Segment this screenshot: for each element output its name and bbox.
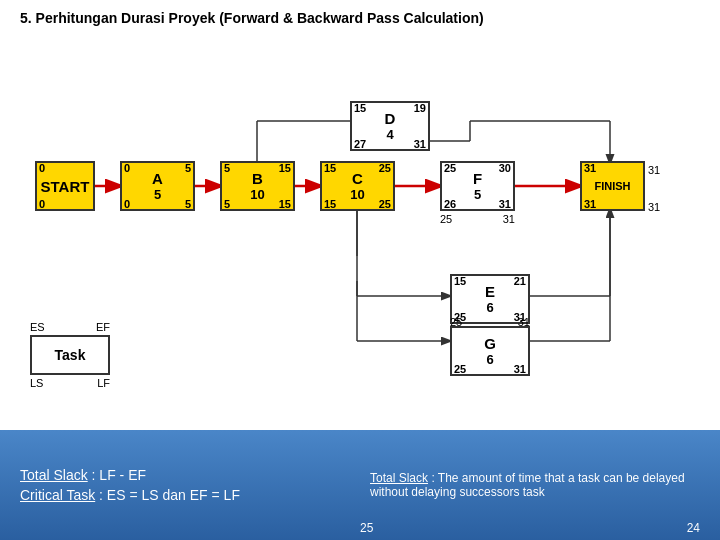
diagram-area: 0 START 0 0 5 A 5 0 5 5 15 B 10 5 15 15 … xyxy=(0,31,720,421)
critical-task-label: Critical Task xyxy=(20,487,95,503)
C-num: 10 xyxy=(350,187,364,202)
total-slack-def-label: Total Slack xyxy=(370,471,428,485)
C-bl: 15 xyxy=(324,198,336,210)
node-F: 25 30 F 5 26 31 xyxy=(440,161,515,211)
total-slack-formula: : LF - EF xyxy=(92,467,146,483)
legend-container: ES EF Task LS LF xyxy=(30,321,110,389)
G-label: G xyxy=(484,335,496,352)
F-br: 31 xyxy=(499,198,511,210)
F-extra-left: 25 xyxy=(440,213,452,225)
B-label: B xyxy=(252,170,263,187)
start-label: START xyxy=(41,178,90,195)
node-D: 15 19 D 4 27 31 xyxy=(350,101,430,151)
node-C: 15 25 C 10 15 25 xyxy=(320,161,395,211)
finish-bl: 31 xyxy=(584,198,596,210)
C-label: C xyxy=(352,170,363,187)
F-tr: 30 xyxy=(499,162,511,174)
D-label: D xyxy=(385,110,396,127)
B-tr: 15 xyxy=(279,162,291,174)
D-tr: 19 xyxy=(414,102,426,114)
B-tl: 5 xyxy=(224,162,230,174)
bottom-section: Total Slack : LF - EF Critical Task : ES… xyxy=(0,430,720,540)
node-G: 25 31 G 6 xyxy=(450,326,530,376)
finish-right-top: 31 xyxy=(648,164,660,176)
E-tl: 15 xyxy=(454,275,466,287)
F-bl: 26 xyxy=(444,198,456,210)
F-label: F xyxy=(473,170,482,187)
F-extra-right: 31 xyxy=(503,213,515,225)
B-br: 15 xyxy=(279,198,291,210)
page-title: 5. Perhitungan Durasi Proyek (Forward & … xyxy=(0,0,720,31)
A-label: A xyxy=(152,170,163,187)
D-num: 4 xyxy=(386,127,393,142)
lf-label: LF xyxy=(97,377,110,389)
A-tl: 0 xyxy=(124,162,130,174)
D-br: 31 xyxy=(414,138,426,150)
node-A: 0 5 A 5 0 5 xyxy=(120,161,195,211)
G-bl: 25 xyxy=(454,363,466,375)
B-bl: 5 xyxy=(224,198,230,210)
finish-node: FINISH 31 31 xyxy=(580,161,645,211)
start-bl: 0 xyxy=(39,198,45,210)
C-tr: 25 xyxy=(379,162,391,174)
start-tl: 0 xyxy=(39,162,45,174)
E-label: E xyxy=(485,283,495,300)
A-bl: 0 xyxy=(124,198,130,210)
page-num-left: 25 xyxy=(360,521,373,535)
E-num: 6 xyxy=(486,300,493,315)
finish-label: FINISH xyxy=(594,180,630,192)
C-br: 25 xyxy=(379,198,391,210)
ls-label: LS xyxy=(30,377,43,389)
total-slack-line: Total Slack : LF - EF xyxy=(20,467,350,483)
D-tl: 15 xyxy=(354,102,366,114)
F-num: 5 xyxy=(474,187,481,202)
A-br: 5 xyxy=(185,198,191,210)
F-extra-row: 25 31 xyxy=(440,213,515,225)
critical-task-line: Critical Task : ES = LS dan EF = LF xyxy=(20,487,350,503)
critical-task-formula: : ES = LS dan EF = LF xyxy=(99,487,240,503)
ef-label: EF xyxy=(96,321,110,333)
E-tr: 21 xyxy=(514,275,526,287)
G-br: 31 xyxy=(514,363,526,375)
start-node: 0 START 0 xyxy=(35,161,95,211)
finish-right-bottom: 31 xyxy=(648,201,660,213)
F-tl: 25 xyxy=(444,162,456,174)
G-num: 6 xyxy=(486,352,493,367)
task-label: Task xyxy=(55,347,86,363)
B-num: 10 xyxy=(250,187,264,202)
A-num: 5 xyxy=(154,187,161,202)
formulas-left: Total Slack : LF - EF Critical Task : ES… xyxy=(20,463,350,507)
page-num-right: 24 xyxy=(687,521,700,535)
total-slack-label: Total Slack xyxy=(20,467,88,483)
A-tr: 5 xyxy=(185,162,191,174)
es-label: ES xyxy=(30,321,45,333)
finish-tl: 31 xyxy=(584,162,596,174)
D-bl: 27 xyxy=(354,138,366,150)
node-B: 5 15 B 10 5 15 xyxy=(220,161,295,211)
C-tl: 15 xyxy=(324,162,336,174)
description-right: Total Slack : The amount of time that a … xyxy=(350,471,700,499)
